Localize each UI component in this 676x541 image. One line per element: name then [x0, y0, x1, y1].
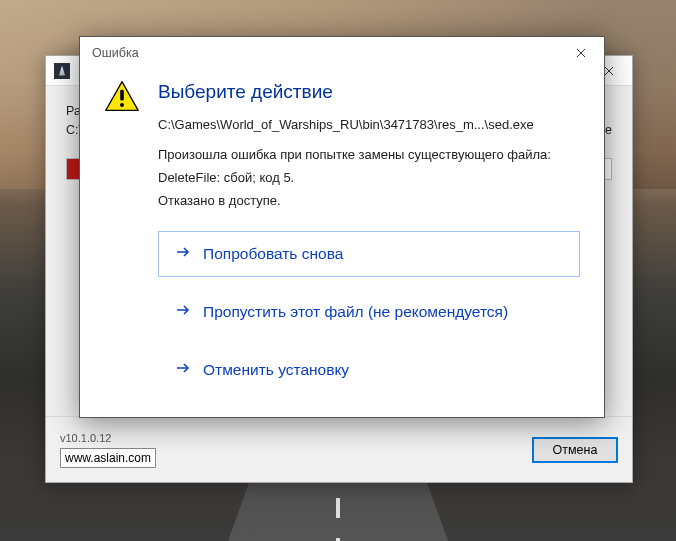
dialog-close-button[interactable] [558, 38, 604, 68]
dialog-titlebar: Ошибка [80, 37, 604, 69]
cancel-install-action[interactable]: Отменить установку [158, 347, 580, 393]
arrow-right-icon [175, 360, 191, 380]
dialog-heading: Выберите действие [158, 81, 580, 103]
retry-action[interactable]: Попробовать снова [158, 231, 580, 277]
dialog-file-path: C:\Games\World_of_Warships_RU\bin\347178… [158, 117, 580, 132]
dialog-message-line3: Отказано в доступе. [158, 192, 580, 211]
svg-rect-6 [120, 90, 124, 101]
cancel-install-label: Отменить установку [203, 360, 349, 380]
cancel-button[interactable]: Отмена [532, 437, 618, 463]
retry-label: Попробовать снова [203, 244, 343, 264]
skip-action[interactable]: Пропустить этот файл (не рекомендуется) [158, 289, 580, 335]
dialog-title: Ошибка [92, 46, 139, 60]
arrow-right-icon [175, 302, 191, 322]
dialog-message-line1: Произошла ошибка при попытке замены суще… [158, 146, 580, 165]
website-link[interactable]: www.aslain.com [60, 448, 156, 468]
warning-icon [104, 79, 140, 393]
installer-footer: v10.1.0.12 www.aslain.com Отмена [46, 416, 632, 482]
version-label: v10.1.0.12 [60, 432, 156, 444]
dialog-message-line2: DeleteFile: сбой; код 5. [158, 169, 580, 188]
arrow-right-icon [175, 244, 191, 264]
error-dialog: Ошибка Выберите действие C:\Games\World_… [79, 36, 605, 418]
svg-point-7 [120, 103, 124, 107]
app-icon [54, 63, 70, 79]
skip-label: Пропустить этот файл (не рекомендуется) [203, 302, 508, 322]
